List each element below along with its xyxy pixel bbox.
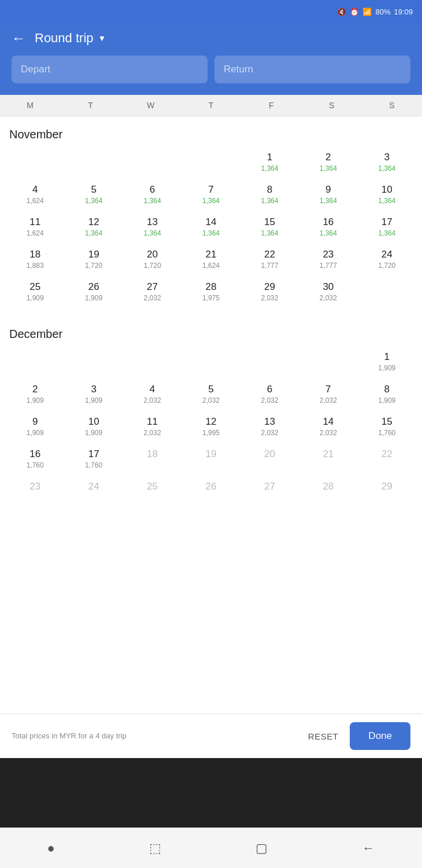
calendar-cell[interactable]: 81,909 (358, 380, 416, 413)
calendar-cell[interactable]: 91,909 (6, 413, 64, 445)
calendar-cell (123, 148, 182, 181)
calendar-cell[interactable]: 25 (123, 477, 182, 510)
calendar-cell[interactable]: 231,777 (299, 245, 357, 278)
calendar-cell[interactable]: 31,909 (64, 380, 123, 413)
calendar-cell[interactable]: 111,624 (6, 213, 64, 245)
calendar-cell[interactable]: 31,364 (358, 148, 416, 181)
cell-price: 1,909 (27, 429, 44, 437)
calendar-cell[interactable]: 241,720 (358, 245, 416, 278)
calendar-cell[interactable]: 131,364 (123, 213, 182, 245)
calendar-cell[interactable]: 132,032 (240, 413, 299, 445)
calendar-cell[interactable]: 29 (358, 477, 416, 510)
back-button[interactable]: ← (12, 30, 25, 46)
calendar-cell[interactable]: 51,364 (64, 181, 123, 213)
cell-price: 1,364 (261, 229, 278, 237)
calendar-cell[interactable]: 112,032 (123, 413, 182, 445)
circle-nav-icon[interactable]: ● (47, 841, 55, 856)
calendar-cell[interactable]: 26 (182, 477, 240, 510)
calendar-cell[interactable]: 211,624 (182, 245, 240, 278)
calendar-cell[interactable]: 201,720 (123, 245, 182, 278)
calendar-cell[interactable]: 151,364 (240, 213, 299, 245)
cell-price: 1,883 (27, 262, 44, 270)
square-nav-icon[interactable]: ▢ (256, 841, 268, 856)
calendar-cell[interactable]: 221,777 (240, 245, 299, 278)
calendar-cell[interactable]: 171,364 (358, 213, 416, 245)
cell-price: 1,364 (320, 229, 337, 237)
cell-day-number: 19 (88, 249, 99, 260)
calendar-cell[interactable]: 11,909 (358, 348, 416, 380)
cell-day-number: 11 (29, 216, 40, 228)
calendar-cell[interactable]: 101,909 (64, 413, 123, 445)
done-button[interactable]: Done (350, 722, 410, 750)
calendar-cell[interactable]: 11,364 (240, 148, 299, 181)
calendar-cell[interactable]: 281,975 (182, 278, 240, 310)
calendar-cell[interactable]: 21,364 (299, 148, 357, 181)
calendar-cell[interactable]: 52,032 (182, 380, 240, 413)
cell-day-number: 27 (264, 481, 275, 492)
calendar-cell[interactable]: 91,364 (299, 181, 357, 213)
return-input[interactable] (214, 56, 410, 83)
depart-input[interactable] (12, 56, 208, 83)
cell-price: 1,777 (261, 262, 278, 270)
cell-price: 1,364 (202, 197, 220, 205)
cell-price: 1,364 (320, 164, 337, 172)
recents-nav-icon[interactable]: ⬚ (149, 841, 161, 856)
cell-day-number: 14 (323, 416, 334, 428)
calendar-cell[interactable]: 161,364 (299, 213, 357, 245)
cell-price: 1,777 (320, 262, 337, 270)
cell-price: 1,720 (85, 262, 102, 270)
time-text: 19:09 (394, 8, 413, 16)
calendar-cell[interactable]: 191,720 (64, 245, 123, 278)
calendar-cell[interactable]: 292,032 (240, 278, 299, 310)
calendar-cell[interactable]: 20 (240, 445, 299, 477)
calendar-cell[interactable]: 142,032 (299, 413, 357, 445)
cell-price: 2,032 (144, 294, 161, 302)
calendar-cell[interactable]: 272,032 (123, 278, 182, 310)
cell-day-number: 5 (208, 384, 213, 395)
calendar-cell[interactable]: 23 (6, 477, 64, 510)
cell-day-number: 19 (206, 448, 217, 460)
calendar-cell[interactable]: 61,364 (123, 181, 182, 213)
calendar-cell[interactable]: 21 (299, 445, 357, 477)
calendar-cell[interactable]: 261,909 (64, 278, 123, 310)
calendar-cell[interactable]: 161,760 (6, 445, 64, 477)
cell-day-number: 16 (29, 448, 40, 460)
calendar-cell[interactable]: 181,883 (6, 245, 64, 278)
calendar-cell[interactable]: 27 (240, 477, 299, 510)
calendar-cell[interactable]: 71,364 (182, 181, 240, 213)
cell-day-number: 1 (267, 152, 272, 163)
calendar-cell[interactable]: 121,364 (64, 213, 123, 245)
trip-type-selector[interactable]: Round trip ▼ (35, 31, 106, 46)
cell-price: 2,032 (144, 429, 161, 437)
calendar-cell[interactable]: 141,364 (182, 213, 240, 245)
calendar-cell[interactable]: 72,032 (299, 380, 357, 413)
month-section-december: December11,90921,90931,90942,03252,03262… (0, 316, 422, 516)
cell-price: 1,624 (27, 229, 44, 237)
reset-button[interactable]: RESET (308, 731, 339, 741)
footer-note: Total prices in MYR for a 4 day trip (12, 731, 127, 741)
cell-price: 1,364 (378, 164, 395, 172)
calendar-cell[interactable]: 121,995 (182, 413, 240, 445)
calendar-cell[interactable]: 28 (299, 477, 357, 510)
calendar-cell[interactable]: 18 (123, 445, 182, 477)
cell-day-number: 12 (88, 216, 99, 228)
calendar-cell[interactable]: 41,624 (6, 181, 64, 213)
cell-day-number: 21 (323, 448, 334, 460)
calendar-cell[interactable]: 151,760 (358, 413, 416, 445)
calendar-cell[interactable]: 171,760 (64, 445, 123, 477)
calendar-cell[interactable]: 42,032 (123, 380, 182, 413)
calendar-cell[interactable]: 302,032 (299, 278, 357, 310)
calendar-cell[interactable]: 251,909 (6, 278, 64, 310)
calendar-cell[interactable]: 21,909 (6, 380, 64, 413)
calendar-cell[interactable]: 62,032 (240, 380, 299, 413)
calendar-cell[interactable]: 81,364 (240, 181, 299, 213)
month-section-november: November11,36421,36431,36441,62451,36461… (0, 116, 422, 316)
calendar-cell[interactable]: 22 (358, 445, 416, 477)
calendar-cell[interactable]: 24 (64, 477, 123, 510)
calendar-cell[interactable]: 19 (182, 445, 240, 477)
calendar-cell[interactable]: 101,364 (358, 181, 416, 213)
cell-price: 1,624 (202, 262, 220, 270)
cell-price: 1,624 (27, 197, 44, 205)
back-nav-icon[interactable]: ← (362, 841, 375, 856)
cell-day-number: 24 (382, 249, 393, 260)
